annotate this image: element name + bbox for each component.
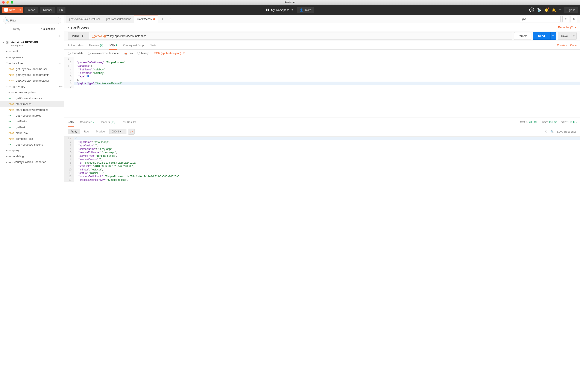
folder-rbmyapp[interactable]: ▼▬rb-my-app•••	[0, 84, 64, 90]
notifications-icon[interactable]: 🔔	[544, 8, 549, 12]
environment-select[interactable]: gke	[520, 16, 561, 22]
send-dropdown[interactable]: ▾	[550, 32, 556, 40]
request-tab-3[interactable]: startProcess	[134, 15, 158, 23]
folder-icon: ▬	[11, 91, 15, 94]
response-body-editor[interactable]: 1 ▾{ 2 "appName": "default-app", 3 "appV…	[64, 136, 580, 392]
save-button[interactable]: Save	[558, 32, 572, 40]
params-button[interactable]: Params	[514, 32, 531, 40]
collection-name[interactable]: Activiti v7 REST API	[11, 41, 38, 44]
window-zoom-icon[interactable]	[11, 1, 13, 4]
radio-raw[interactable]: raw	[125, 52, 133, 55]
person-icon: 👤	[300, 8, 303, 11]
resp-tab-body[interactable]: Body	[68, 118, 74, 127]
req-getTask[interactable]: GETgetTask	[0, 124, 64, 130]
examples-button[interactable]: Examples (0) ▼	[558, 26, 577, 29]
view-pretty[interactable]: Pretty	[68, 129, 80, 134]
bell-icon[interactable]: 🔔	[552, 8, 556, 12]
req-completeTask[interactable]: POSTcompleteTask	[0, 136, 64, 142]
request-tab-1[interactable]: getKeycloakToken testuser	[66, 15, 103, 23]
code-link[interactable]: Code	[570, 44, 577, 47]
req-getProcessVariables[interactable]: GETgetProcessVariables	[0, 113, 64, 119]
subtab-headers[interactable]: Headers (2)	[89, 41, 103, 49]
new-window-button[interactable]: ❐▾	[57, 7, 65, 13]
subtab-tests[interactable]: Tests	[150, 41, 156, 49]
more-icon[interactable]: •••	[59, 61, 62, 65]
resp-tab-tests[interactable]: Test Results	[121, 118, 136, 127]
send-button[interactable]: Send	[533, 32, 550, 40]
req-claimTask[interactable]: POSTclaimTask	[0, 130, 64, 136]
req-getTasks[interactable]: GETgetTasks	[0, 119, 64, 124]
folder-admin[interactable]: ▶▬Admin endpoints	[0, 90, 64, 95]
cookies-link[interactable]: Cookies	[557, 44, 567, 47]
add-tab-button[interactable]: ＋	[158, 15, 167, 23]
resp-tab-headers[interactable]: Headers (15)	[100, 118, 115, 127]
save-response-button[interactable]: Save Response	[557, 130, 577, 133]
import-button[interactable]: Import	[24, 7, 38, 13]
invite-button[interactable]: 👤Invite	[297, 7, 314, 13]
more-icon[interactable]: •••	[59, 85, 62, 88]
save-dropdown[interactable]: ▾	[572, 32, 577, 40]
search-icon: 🔍	[5, 19, 9, 22]
unsaved-dot-icon	[153, 18, 155, 20]
req-startProcess[interactable]: POSTstartProcess	[0, 101, 64, 107]
format-select[interactable]: JSON ▼	[110, 129, 127, 134]
request-title: startProcess	[71, 26, 89, 29]
url-input[interactable]: {{gateway}}/rb-my-app/v1/process-instanc…	[89, 32, 513, 40]
req-startProcessWithVariables[interactable]: POSTstartProcessWithVariables	[0, 107, 64, 113]
req-kc-testuser[interactable]: POSTgetKeycloakToken testuser	[0, 78, 64, 84]
request-caret-icon[interactable]: ▶	[68, 26, 70, 29]
new-button[interactable]: +New	[2, 7, 18, 13]
sync-icon[interactable]	[529, 7, 534, 12]
folder-modeling[interactable]: ▶▬modeling	[0, 153, 64, 159]
tab-more-icon[interactable]: •••	[167, 16, 173, 22]
folder-icon: ▬	[8, 56, 12, 59]
folder-icon: ▣	[6, 41, 9, 44]
signin-button[interactable]: Sign In	[564, 7, 578, 13]
folder-icon: ▬	[8, 155, 12, 158]
folder-audit[interactable]: ▶▬audit	[0, 48, 64, 54]
radio-urlencoded[interactable]: x-www-form-urlencoded	[88, 52, 121, 55]
copy-icon[interactable]: ⧉	[546, 130, 547, 133]
env-preview-icon[interactable]: 👁	[562, 16, 569, 22]
tab-collections[interactable]: Collections	[32, 25, 64, 33]
search-response-icon[interactable]: 🔍	[550, 130, 554, 133]
folder-security[interactable]: ▶▬Security Policies Scenarios	[0, 159, 64, 165]
resp-tab-cookies[interactable]: Cookies (1)	[80, 118, 94, 127]
content-type-select[interactable]: JSON (application/json) ▼	[153, 52, 185, 55]
req-getProcessDefinitions[interactable]: GETgetProcessDefinitions	[0, 142, 64, 147]
method-select[interactable]: POST ▼	[68, 32, 89, 40]
heart-icon[interactable]: ♥	[559, 8, 561, 12]
radio-binary[interactable]: binary	[137, 52, 148, 55]
window-close-icon[interactable]	[2, 1, 5, 4]
folder-icon: ▬	[8, 149, 12, 152]
env-settings-icon[interactable]: ⚙	[571, 16, 577, 22]
req-kc-hruser[interactable]: POSTgetKeycloakToken hruser	[0, 66, 64, 72]
tab-history[interactable]: History	[0, 25, 32, 33]
view-preview[interactable]: Preview	[93, 129, 108, 134]
collection-count: 55 requests	[11, 44, 38, 47]
window-minimize-icon[interactable]	[6, 1, 9, 4]
workspace-selector[interactable]: My Workspace▼	[266, 8, 293, 11]
runner-button[interactable]: Runner	[40, 7, 55, 13]
request-body-editor[interactable]: 1 ▾{ 2 "processDefinitionKey": "SimplePr…	[64, 57, 580, 117]
folder-keycloak[interactable]: ▼▬keycloak•••	[0, 60, 64, 66]
subtab-authorization[interactable]: Authorization	[68, 41, 84, 49]
request-tab-2[interactable]: getProcessDefinitions	[103, 15, 134, 23]
folder-icon: ▬	[8, 161, 12, 164]
folder-icon: ▬	[8, 85, 12, 88]
subtab-body[interactable]: Body	[109, 41, 117, 50]
folder-gateway[interactable]: ▶▬gateway	[0, 54, 64, 60]
view-raw[interactable]: Raw	[81, 129, 92, 134]
req-getProcessInstances[interactable]: GETgetProcessInstances	[0, 95, 64, 101]
top-toolbar: +New ▾ Import Runner ❐▾ My Workspace▼ 👤I…	[0, 5, 580, 15]
folder-query[interactable]: ▶▬query	[0, 147, 64, 153]
subtab-prerequest[interactable]: Pre-request Script	[123, 41, 145, 49]
new-collection-icon[interactable]: ⎘₊	[59, 35, 62, 38]
radio-form-data[interactable]: form-data	[68, 52, 84, 55]
wrap-lines-icon[interactable]: ⮐	[128, 129, 135, 134]
satellite-icon[interactable]: 📡	[537, 8, 541, 12]
filter-input[interactable]	[3, 17, 61, 24]
collection-caret-icon[interactable]: ▼	[2, 41, 4, 44]
req-kc-hradmin[interactable]: POSTgetKeycloakToken hradmin	[0, 72, 64, 78]
new-dropdown[interactable]: ▾	[18, 7, 23, 13]
